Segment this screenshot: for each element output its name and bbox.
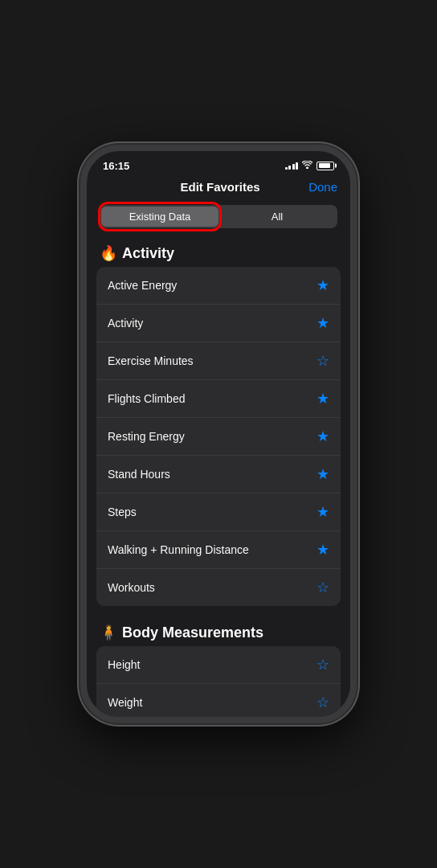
star-steps[interactable]: [317, 503, 329, 521]
list-item: Stand Hours: [96, 456, 341, 493]
item-label: Stand Hours: [108, 468, 170, 481]
nav-bar: Edit Favorites Done: [87, 177, 350, 200]
list-item: Resting Energy: [96, 418, 341, 456]
page-title: Edit Favorites: [180, 180, 259, 194]
star-height[interactable]: [317, 656, 329, 674]
list-item: Workouts: [96, 569, 341, 606]
list-item: Height: [96, 646, 341, 684]
segment-control: Existing Data All: [100, 205, 337, 228]
star-active-energy[interactable]: [317, 276, 329, 294]
item-label: Workouts: [108, 581, 155, 594]
item-label: Activity: [108, 317, 143, 330]
battery-icon: [317, 162, 334, 170]
item-label: Steps: [108, 506, 137, 518]
content-area: 🔥 Activity Active Energy Activity Exerci…: [87, 236, 350, 723]
item-label: Height: [108, 658, 140, 671]
list-item: Flights Climbed: [96, 380, 341, 418]
item-label: Flights Climbed: [108, 392, 185, 405]
star-weight[interactable]: [317, 694, 329, 711]
body-measurements-list: Height Weight: [96, 646, 341, 721]
star-walking-running[interactable]: [317, 541, 329, 559]
status-time: 16:15: [103, 160, 129, 172]
item-label: Weight: [108, 696, 142, 709]
list-item: Weight: [96, 684, 341, 721]
status-icons: [285, 161, 335, 170]
item-label: Active Energy: [108, 279, 177, 292]
activity-list: Active Energy Activity Exercise Minutes …: [96, 267, 341, 606]
list-item: Activity: [96, 305, 341, 342]
body-measurements-icon: 🧍: [100, 624, 117, 641]
item-label: Exercise Minutes: [108, 354, 194, 367]
star-exercise-minutes[interactable]: [317, 352, 329, 370]
list-item: Walking + Running Distance: [96, 531, 341, 569]
notch: [170, 151, 267, 169]
list-item: Steps: [96, 493, 341, 531]
item-label: Resting Energy: [108, 430, 185, 443]
star-stand-hours[interactable]: [317, 465, 329, 483]
tab-existing-data[interactable]: Existing Data: [101, 207, 218, 227]
segment-wrapper: Existing Data All: [100, 205, 337, 228]
wifi-icon: [302, 161, 312, 170]
star-activity[interactable]: [317, 314, 329, 332]
tab-all[interactable]: All: [218, 207, 336, 227]
list-item: Active Energy: [96, 267, 341, 305]
star-flights-climbed[interactable]: [317, 390, 329, 407]
body-measurements-section-header: 🧍 Body Measurements: [87, 616, 350, 646]
activity-icon: 🔥: [100, 244, 117, 262]
list-item: Exercise Minutes: [96, 342, 341, 380]
activity-section-header: 🔥 Activity: [87, 236, 350, 267]
segment-container: Existing Data All: [87, 200, 350, 236]
activity-title: Activity: [122, 245, 174, 262]
done-button[interactable]: Done: [308, 180, 337, 194]
star-resting-energy[interactable]: [317, 428, 329, 445]
item-label: Walking + Running Distance: [108, 543, 249, 556]
signal-bars-icon: [285, 162, 299, 170]
body-measurements-title: Body Measurements: [122, 624, 263, 641]
star-workouts[interactable]: [317, 579, 329, 596]
phone-frame: 16:15 Edit Favorites: [80, 145, 357, 723]
